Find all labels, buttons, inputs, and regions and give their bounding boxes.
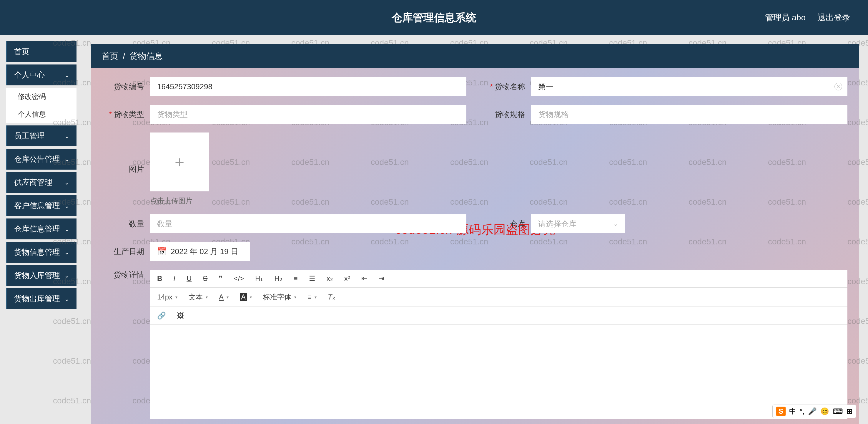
align-select[interactable]: ≡▾	[306, 291, 318, 303]
breadcrumb-home[interactable]: 首页	[102, 52, 118, 61]
label-spec: 货物规格	[484, 109, 531, 119]
input-type[interactable]	[150, 105, 466, 124]
chevron-down-icon: ⌄	[64, 249, 69, 256]
ime-lang[interactable]: 中	[789, 406, 796, 416]
submenu-personal: 修改密码 个人信息	[6, 88, 76, 123]
sub-button[interactable]: x₂	[325, 273, 335, 284]
topbar: 仓库管理信息系统 管理员 abo 退出登录	[0, 0, 868, 35]
input-spec[interactable]	[531, 105, 847, 124]
bold-button[interactable]: B	[155, 273, 164, 284]
sup-button[interactable]: x²	[342, 273, 352, 284]
editor-toolbar-2: 14px▾ 文本▾ A▾ A▾ 标准字体▾ ≡▾ Tₓ	[150, 288, 847, 307]
ime-voice-icon[interactable]: 🎤	[808, 407, 817, 416]
strike-button[interactable]: S	[201, 273, 209, 284]
editor-toolbar: B I U S ❞ </> H₁ H₂ ≡ ☰ x₂	[150, 270, 847, 288]
rich-editor: B I U S ❞ </> H₁ H₂ ≡ ☰ x₂	[150, 270, 847, 419]
h2-button[interactable]: H₂	[273, 273, 284, 284]
ime-grid-icon[interactable]: ⊞	[846, 407, 852, 416]
ime-bar[interactable]: S 中 °, 🎤 😊 ⌨ ⊞	[772, 404, 856, 418]
text-mode-select[interactable]: 文本▾	[187, 291, 210, 304]
chevron-down-icon: ⌄	[64, 272, 69, 279]
menu-outbound[interactable]: 货物出库管理⌄	[6, 288, 76, 309]
breadcrumb: 首页 / 货物信息	[91, 44, 859, 68]
menu-goods[interactable]: 货物信息管理⌄	[6, 242, 76, 263]
menu-personal[interactable]: 个人中心⌄	[6, 64, 76, 85]
ol-button[interactable]: ≡	[292, 273, 300, 284]
quote-button[interactable]: ❞	[217, 273, 224, 284]
chevron-down-icon: ⌄	[64, 72, 69, 79]
chevron-down-icon: ⌄	[64, 179, 69, 186]
label-detail: 货物详情	[103, 270, 150, 280]
bg-color-select[interactable]: A▾	[238, 291, 254, 303]
font-color-select[interactable]: A▾	[217, 291, 230, 303]
underline-button[interactable]: U	[185, 273, 193, 284]
menu-notice[interactable]: 仓库公告管理⌄	[6, 149, 76, 170]
font-family-select[interactable]: 标准字体▾	[261, 291, 298, 304]
submenu-change-password[interactable]: 修改密码	[6, 88, 76, 106]
label-warehouse: 仓库	[484, 219, 531, 229]
app-title: 仓库管理信息系统	[392, 10, 476, 25]
link-button[interactable]: 🔗	[155, 310, 168, 321]
sidebar: 首页 个人中心⌄ 修改密码 个人信息 员工管理⌄ 仓库公告管理⌄ 供应商管理⌄ …	[0, 35, 83, 424]
upload-hint: 点击上传图片	[150, 196, 209, 205]
indent-button[interactable]: ⇤	[360, 273, 369, 284]
upload-box[interactable]: +	[150, 133, 209, 191]
chevron-down-icon: ⌄	[64, 156, 69, 163]
ime-keyboard-icon[interactable]: ⌨	[833, 407, 843, 416]
code-button[interactable]: </>	[232, 273, 246, 284]
chevron-down-icon: ⌄	[64, 295, 69, 302]
breadcrumb-current: 货物信息	[130, 52, 163, 61]
font-size-select[interactable]: 14px▾	[155, 291, 179, 303]
input-name[interactable]	[531, 77, 847, 96]
select-warehouse[interactable]: 请选择仓库 ⌄	[531, 214, 625, 233]
menu-customer[interactable]: 客户信息管理⌄	[6, 195, 76, 216]
main: code51.cn-源码乐园盗图必究 code51.cncode51.cncod…	[83, 35, 868, 424]
submenu-profile[interactable]: 个人信息	[6, 106, 76, 123]
menu-home[interactable]: 首页	[6, 41, 76, 62]
editor-body[interactable]	[150, 325, 847, 419]
clear-icon[interactable]: ×	[834, 83, 842, 90]
calendar-icon: 📅	[157, 247, 166, 256]
image-button[interactable]: 🖼	[175, 310, 186, 321]
chevron-down-icon: ⌄	[613, 220, 618, 227]
label-qty: 数量	[103, 219, 150, 229]
ul-button[interactable]: ☰	[307, 273, 317, 284]
ime-emoji-icon[interactable]: 😊	[820, 407, 829, 416]
editor-toolbar-3: 🔗 🖼	[150, 307, 847, 325]
menu-inbound[interactable]: 货物入库管理⌄	[6, 265, 76, 286]
logout-link[interactable]: 退出登录	[817, 12, 850, 23]
user-label[interactable]: 管理员 abo	[765, 12, 806, 23]
label-date: 生产日期	[103, 247, 150, 257]
input-date[interactable]: 📅 2022 年 02 月 19 日	[150, 242, 250, 261]
input-code[interactable]	[150, 77, 466, 96]
label-name: *货物名称	[484, 82, 531, 92]
outdent-button[interactable]: ⇥	[377, 273, 386, 284]
label-code: 货物编号	[103, 82, 150, 92]
h1-button[interactable]: H₁	[253, 273, 265, 284]
chevron-down-icon: ⌄	[64, 202, 69, 209]
menu-staff[interactable]: 员工管理⌄	[6, 125, 76, 146]
label-type: *货物类型	[103, 109, 150, 119]
menu-warehouse[interactable]: 仓库信息管理⌄	[6, 219, 76, 239]
clear-format-button[interactable]: Tₓ	[326, 291, 337, 303]
ime-punct-icon[interactable]: °,	[800, 407, 804, 416]
input-qty[interactable]	[150, 214, 466, 233]
chevron-down-icon: ⌄	[64, 133, 69, 140]
menu-supplier[interactable]: 供应商管理⌄	[6, 172, 76, 193]
label-image: 图片	[103, 164, 150, 174]
chevron-down-icon: ⌄	[64, 226, 69, 233]
ime-logo-icon: S	[776, 406, 785, 416]
italic-button[interactable]: I	[172, 273, 177, 284]
